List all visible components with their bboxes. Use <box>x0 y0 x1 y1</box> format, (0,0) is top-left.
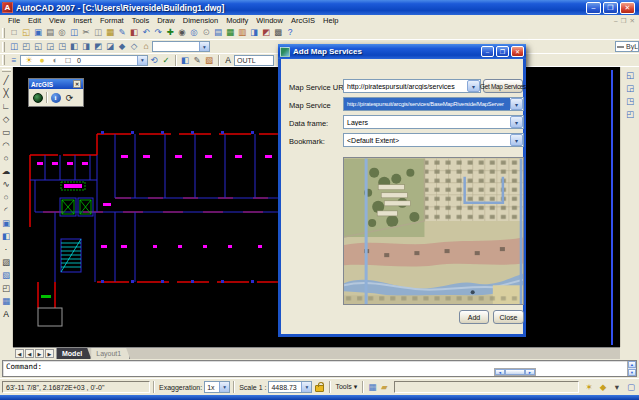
tray-settings-arrow-icon[interactable]: ▾ <box>611 381 623 393</box>
command-window[interactable]: Command: ◂ ▸ ▴ ▾ <box>2 360 637 377</box>
restore-button[interactable]: ❐ <box>603 2 618 14</box>
dialog-titlebar[interactable]: Add Map Services – ❐ ✕ <box>278 44 526 59</box>
hatch-icon[interactable]: ▨ <box>0 256 13 269</box>
multiline-text-icon[interactable]: A <box>0 308 13 321</box>
add-button[interactable]: Add <box>459 310 489 324</box>
arc-icon[interactable]: ◠ <box>0 139 13 152</box>
polygon-icon[interactable]: ◇ <box>0 113 13 126</box>
tab-layout1[interactable]: Layout1 <box>91 348 130 359</box>
layer-lock-icon[interactable]: ◐ <box>49 54 61 66</box>
color-control-icon[interactable]: ◧ <box>179 54 191 66</box>
cut-icon[interactable]: ✂ <box>80 27 92 39</box>
dialog-close-button[interactable]: ✕ <box>511 46 524 57</box>
scroll-left-icon[interactable]: ◂ <box>495 369 505 375</box>
dropdown-arrow-icon[interactable]: ▾ <box>467 80 480 92</box>
properties-icon[interactable]: ▤ <box>212 27 224 39</box>
open-icon[interactable]: ◱ <box>20 27 32 39</box>
plot-preview-icon[interactable]: ◎ <box>56 27 68 39</box>
ne-isometric-icon[interactable]: ◆ <box>116 41 128 53</box>
layer-color-icon[interactable]: □ <box>62 54 74 66</box>
paste-icon[interactable]: ▦ <box>104 27 116 39</box>
color-control-combo[interactable]: ByLa <box>615 41 639 52</box>
pan-realtime-icon[interactable]: ✚ <box>164 27 176 39</box>
menu-tools[interactable]: Tools <box>128 16 154 25</box>
qnew-icon[interactable]: □ <box>8 27 20 39</box>
designcenter-icon[interactable]: ▦ <box>224 27 236 39</box>
lineweight-control-icon[interactable]: ▧ <box>203 54 215 66</box>
match-properties-icon[interactable]: ✎ <box>116 27 128 39</box>
menu-window[interactable]: Window <box>252 16 287 25</box>
back-view-icon[interactable]: ◨ <box>80 41 92 53</box>
send-to-back-icon[interactable]: ◲ <box>624 82 637 95</box>
tab-prev-icon[interactable]: ◀ <box>25 349 34 358</box>
close-dialog-button[interactable]: Close <box>493 310 524 324</box>
insert-block-icon[interactable]: ▣ <box>0 217 13 230</box>
menu-edit[interactable]: Edit <box>24 16 45 25</box>
toggle-background-icon[interactable]: ▦ <box>366 381 378 393</box>
left-view-icon[interactable]: ◲ <box>44 41 56 53</box>
arcgis-info-button[interactable]: i <box>49 91 62 104</box>
copy-icon[interactable]: ◫ <box>92 27 104 39</box>
markup-set-manager-icon[interactable]: ◩ <box>260 27 272 39</box>
ellipse-arc-icon[interactable]: ◜ <box>0 204 13 217</box>
ellipse-icon[interactable]: ○ <box>0 191 13 204</box>
zoom-window-icon[interactable]: ◎ <box>188 27 200 39</box>
arcgis-palette-titlebar[interactable]: ArcGIS ✕ <box>29 79 83 89</box>
tab-last-icon[interactable]: ▶ <box>45 349 54 358</box>
scroll-right-icon[interactable]: ▸ <box>525 369 535 375</box>
camera-icon[interactable]: ⌂ <box>140 41 152 53</box>
front-view-icon[interactable]: ◧ <box>68 41 80 53</box>
arcgis-globe-button[interactable] <box>31 91 44 104</box>
se-isometric-icon[interactable]: ◪ <box>104 41 116 53</box>
spline-icon[interactable]: ∿ <box>0 178 13 191</box>
menu-view[interactable]: View <box>45 16 69 25</box>
sheetset-manager-icon[interactable]: ◨ <box>248 27 260 39</box>
gradient-icon[interactable]: ▧ <box>0 269 13 282</box>
dropdown-arrow-icon[interactable]: ▾ <box>219 382 229 392</box>
linetype-control-icon[interactable]: ✎ <box>191 54 203 66</box>
make-object-layer-current-icon[interactable]: ✓ <box>160 54 172 66</box>
map-service-url-combo[interactable]: http://piratespursuit/arcgis/services ▾ <box>343 79 481 93</box>
redo-icon[interactable]: ↷ <box>152 27 164 39</box>
nw-isometric-icon[interactable]: ◇ <box>128 41 140 53</box>
tools-menu[interactable]: Tools ▾ <box>333 383 359 391</box>
tab-next-icon[interactable]: ▶ <box>35 349 44 358</box>
menu-dimension[interactable]: Dimension <box>179 16 222 25</box>
dialog-minimize-button[interactable]: – <box>481 46 494 57</box>
construction-line-icon[interactable]: ╳ <box>0 87 13 100</box>
exaggeration-combo[interactable]: 1x ▾ <box>204 381 230 393</box>
sw-isometric-icon[interactable]: ◩ <box>92 41 104 53</box>
table-icon[interactable]: ▦ <box>0 295 13 308</box>
revision-cloud-icon[interactable]: ☁ <box>0 165 13 178</box>
menu-insert[interactable]: Insert <box>69 16 96 25</box>
toolbar-grip[interactable] <box>2 42 5 52</box>
polyline-icon[interactable]: ∟ <box>0 100 13 113</box>
layer-previous-icon[interactable]: ⟲ <box>148 54 160 66</box>
communication-center-icon[interactable]: ▰ <box>378 381 390 393</box>
close-button[interactable]: ✕ <box>620 2 635 14</box>
bring-above-icon[interactable]: ◳ <box>624 95 637 108</box>
dropdown-arrow-icon[interactable]: ▾ <box>301 382 311 392</box>
scroll-thumb[interactable] <box>505 369 525 375</box>
coordinates-display[interactable]: 63'-11 7/8", 2.16872E+03 , 0'-0" <box>2 381 150 393</box>
dialog-maximize-button[interactable]: ❐ <box>496 46 509 57</box>
layer-properties-manager-icon[interactable]: ≡ <box>8 54 20 66</box>
bring-to-front-icon[interactable]: ◱ <box>624 69 637 82</box>
menu-format[interactable]: Format <box>96 16 128 25</box>
make-block-icon[interactable]: ◧ <box>0 230 13 243</box>
text-style-combo[interactable]: OUTL <box>234 55 274 66</box>
dropdown-arrow-icon[interactable]: ▾ <box>510 116 523 128</box>
menu-modify[interactable]: Modify <box>222 16 252 25</box>
right-view-icon[interactable]: ◳ <box>56 41 68 53</box>
circle-icon[interactable]: ○ <box>0 152 13 165</box>
quickcalc-icon[interactable]: ▩ <box>272 27 284 39</box>
mdi-close-button[interactable]: ✕ <box>630 17 635 25</box>
scale-combo[interactable]: 4488.73 ▾ <box>268 381 312 393</box>
tool-palettes-icon[interactable]: ▥ <box>236 27 248 39</box>
tray-lock-icon[interactable]: ◆ <box>597 381 609 393</box>
top-view-icon[interactable]: ◰ <box>20 41 32 53</box>
text-style-icon[interactable]: A <box>222 54 234 66</box>
menu-help[interactable]: Help <box>319 16 342 25</box>
scale-lock-icon[interactable] <box>315 385 324 392</box>
line-icon[interactable]: ╱ <box>0 74 13 87</box>
